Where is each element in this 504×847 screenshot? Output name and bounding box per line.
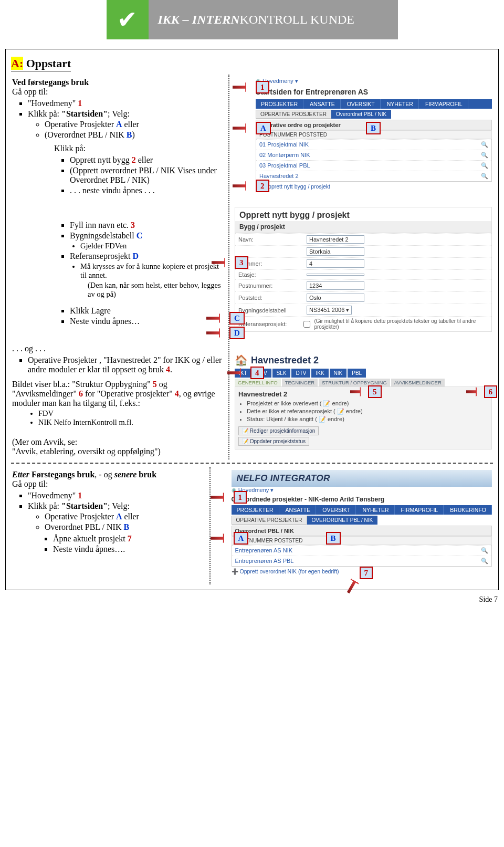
page-title-nelfo: Overordnede prosjekter - NIK-demo Arild … xyxy=(232,496,492,503)
callout-4: 4 xyxy=(250,367,264,379)
input-etasje[interactable] xyxy=(307,274,364,276)
checkbox-refprosjekt[interactable] xyxy=(303,321,310,328)
form-title: Opprett nytt bygg / prosjekt xyxy=(235,207,491,221)
li-neste2: Neste vindu åpnes… xyxy=(70,317,223,326)
li-bygningsdel: Bygningsdelstabell C Gjelder FDVen xyxy=(70,231,223,250)
callout-Ab: A xyxy=(234,532,249,545)
list-item[interactable]: Entreprenøren AS PBL🔍 xyxy=(232,556,491,566)
li-refprosjekt: Referanseprosjekt D Må krysses av for å … xyxy=(70,252,223,299)
input-poststed[interactable]: Oslo xyxy=(307,294,364,302)
para-bildet-viser: Bildet viser bl.a.: "Struktur Oppbygning… xyxy=(12,380,223,408)
li-klikk-lagre: Klikk Lagre xyxy=(70,306,223,316)
callout-C: C xyxy=(229,312,245,325)
li-opprett-pbl: (Opprett overordnet PBL / NIK Vises unde… xyxy=(70,166,223,185)
heading-first-use: Ved førstegangs bruk xyxy=(12,78,89,87)
instructions-block-2: Etter Førstegangs bruk, - og senere bruk… xyxy=(11,467,207,584)
og-line: . . . og . . . xyxy=(12,344,223,353)
btn-rediger[interactable]: Rediger prosjektinformasjon xyxy=(238,426,319,435)
li-hovedmeny: "Hovedmeny" 1 xyxy=(28,99,223,108)
li-overordnet-2: Overordnet PBL / NIK B Åpne aktuelt pros… xyxy=(45,522,204,554)
li-startsiden-2: Klikk på: "Startsiden"; Velg: Operative … xyxy=(28,501,204,554)
goto-line: Gå opp til: xyxy=(12,87,223,97)
li-gjelder-fdv: Gjelder FDVen xyxy=(80,242,223,250)
li-operative-2: Operative Prosjekter A eller xyxy=(45,512,204,521)
input-adresse[interactable]: Storkaia xyxy=(307,247,364,256)
list-item[interactable]: Havnestredet 2🔍 xyxy=(256,171,491,181)
note-legges-av: (Den kan, når som helst, etter behov, le… xyxy=(88,281,223,299)
main-nav[interactable]: PROSJEKTERANSATTEOVERSIKTNYHETERFIRMAPRO… xyxy=(256,99,492,109)
li-neste-3: Neste vindu åpnes…. xyxy=(53,545,204,554)
li-ma-krysses: Må krysses av for å kunne kopiere et pro… xyxy=(80,262,223,280)
screenshots-col-1: Hovedmeny ▾ Startsiden for Entreprenøren… xyxy=(228,75,493,459)
callout-6: 6 xyxy=(484,385,498,398)
callout-Bb: B xyxy=(326,532,341,545)
callout-3: 3 xyxy=(235,256,248,269)
info-item: Status: Ukjent / ikke angitt ( 📝 endre) xyxy=(247,416,488,423)
btn-oppdater[interactable]: Oppdater prosjektstatus xyxy=(238,437,309,446)
list-item[interactable]: 03 Prosjektmal PBL🔍 xyxy=(256,160,491,171)
callout-B: B xyxy=(366,122,381,134)
instructions-block-1: Ved førstegangs bruk Gå opp til: "Hovedm… xyxy=(11,75,226,459)
li-operative-klar: Operative Prosjekter , "Havnestredet 2" … xyxy=(28,355,223,374)
heading-later-use: Etter Førstegangs bruk, - og senere bruk xyxy=(12,470,204,479)
callout-A: A xyxy=(256,122,271,134)
sub-nav[interactable]: OPERATIVE PROSJEKTEROverordnet PBL / NIK xyxy=(256,110,492,119)
screenshot-startsiden: Hovedmeny ▾ Startsiden for Entreprenøren… xyxy=(256,78,492,190)
li-fdv: FDV xyxy=(38,409,223,418)
li-nik-nelfo: NIK Nelfo InternKontroll m.fl. xyxy=(38,418,223,427)
module-tabs[interactable]: IKTFDVSLKDTVIKKNIKPBL xyxy=(235,369,492,378)
check-icon: ✔ xyxy=(107,8,149,32)
sub-nav-2[interactable]: OPERATIVE PROSJEKTEROVERORDNET PBL / NIK xyxy=(232,516,492,525)
li-opprett-bygg: Opprett nytt bygg 2 eller xyxy=(70,155,223,165)
li-apne-prosjekt: Åpne aktuelt prosjekt 7 xyxy=(53,534,204,543)
house-icon: 🏠 xyxy=(235,354,248,367)
opprett-bygg-link[interactable]: Opprett nytt bygg / prosjekt xyxy=(256,183,492,190)
input-navn[interactable]: Havnestredet 2 xyxy=(307,235,364,244)
input-postnr[interactable]: 1234 xyxy=(307,281,364,290)
screenshot-prosjekt: 🏠Havnestredet 2 IKTFDVSLKDTVIKKNIKPBL GE… xyxy=(235,354,492,449)
li-startsiden: Klikk på: "Startsiden"; Velg: Operative … xyxy=(28,109,223,140)
li-neste-vindu: . . . neste vindu åpnes . . . xyxy=(70,186,223,195)
hovedmeny-link[interactable]: Hovedmeny ▾ xyxy=(256,78,492,85)
panel-sub-2: POSTNUMMER POSTSTED xyxy=(232,536,492,545)
input-nummer[interactable]: 4 xyxy=(307,259,364,268)
info-item: Dette er ikke et referanseprosjekt ( 📝 e… xyxy=(247,408,488,415)
callout-1b: 1 xyxy=(234,491,247,504)
callout-D: D xyxy=(229,327,245,339)
project-title: Havnestredet 2 xyxy=(251,355,319,366)
screenshot-nelfo: NELFO INTEGRATOR Hovedmeny ▾ Overordnede… xyxy=(232,470,492,575)
mer-om-avvik: (Mer om Avvik, se: "Avvik, etablering, o… xyxy=(12,437,223,456)
list-item[interactable]: 01 Prosjektmal NIK🔍 xyxy=(256,139,491,150)
goto-line-2: Gå opp til: xyxy=(12,479,204,489)
li-hm-2: "Hovedmeny" 1 xyxy=(28,491,204,500)
brand-header: NELFO INTEGRATOR xyxy=(232,470,492,487)
section-heading: A: Oppstart xyxy=(11,57,493,71)
list-item[interactable]: 02 Montørperm NIK🔍 xyxy=(256,150,491,160)
list-item[interactable]: Entreprenøren AS NIK🔍 xyxy=(232,545,491,556)
li-operative: Operative Prosjekter A eller xyxy=(45,120,223,129)
banner-title: IKK – INTERNKONTROLL KUNDE xyxy=(149,13,398,27)
li-overordnet: (Overordnet PBL / NIK B) xyxy=(45,130,223,140)
select-bygningsdel[interactable]: NS3451 2006 ▾ xyxy=(307,306,352,315)
hovedmeny-link-2[interactable]: Hovedmeny ▾ xyxy=(232,487,492,494)
form-subhead: Bygg / prosjekt xyxy=(235,221,491,233)
screenshot-opprett: Opprett nytt bygg / prosjekt Bygg / pros… xyxy=(235,207,492,332)
startsiden-title: Startsiden for Entreprenøren AS xyxy=(256,88,492,96)
panel-header-2: Overordnet PBL / NIK xyxy=(232,526,492,536)
callout-7: 7 xyxy=(360,567,373,579)
callout-1: 1 xyxy=(256,81,269,93)
page-number: Side 7 xyxy=(0,595,498,604)
callout-5: 5 xyxy=(368,385,382,398)
li-fyll-navn: Fyll inn navn etc. 3 xyxy=(70,221,223,230)
callout-2: 2 xyxy=(256,180,269,192)
screenshots-col-2: NELFO INTEGRATOR Hovedmeny ▾ Overordnede… xyxy=(209,467,493,584)
page-frame: A: Oppstart Ved førstegangs bruk Gå opp … xyxy=(5,49,499,590)
project-list: 01 Prosjektmal NIK🔍 02 Montørperm NIK🔍 0… xyxy=(256,139,492,182)
klikk-pa: Klikk på: xyxy=(54,144,223,153)
header-banner: ✔ IKK – INTERNKONTROLL KUNDE xyxy=(107,0,398,39)
main-nav-2[interactable]: PROSJEKTERANSATTEOVERSIKTNYHETERFIRMAPRO… xyxy=(232,505,492,515)
info-item: Prosjektet er ikke overlevert ( 📝 endre) xyxy=(247,400,488,407)
